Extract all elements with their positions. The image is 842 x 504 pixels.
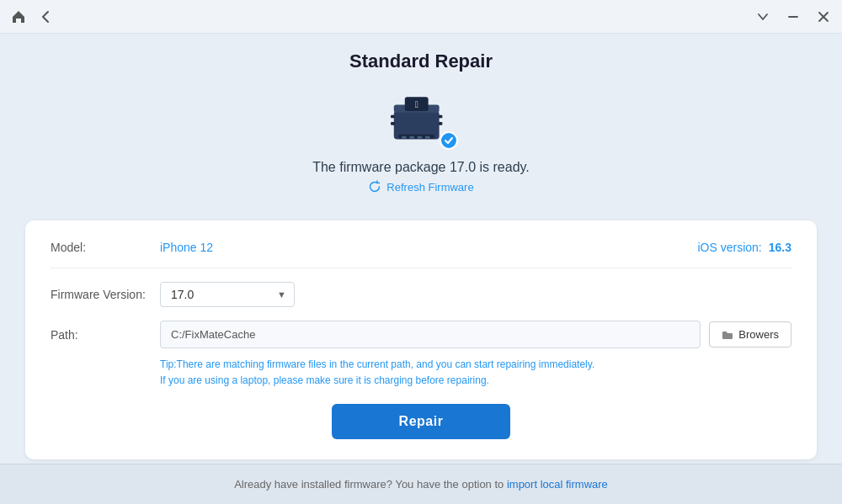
divider (51, 268, 791, 268)
refresh-link-row[interactable]: Refresh Firmware (368, 180, 473, 194)
device-icon-area:  The firmware package 17 (312, 89, 530, 194)
minimize-icon (787, 11, 799, 23)
path-input[interactable] (160, 321, 701, 348)
tip-line2: If you are using a laptop, please make s… (160, 373, 791, 389)
page-title: Standard Repair (349, 50, 493, 72)
svg-rect-8 (402, 136, 407, 139)
repair-button[interactable]: Repair (332, 404, 511, 439)
browsers-button[interactable]: Browers (709, 321, 791, 347)
ios-label: iOS version: (698, 241, 762, 254)
card: Model: iPhone 12 iOS version: 16.3 Firmw… (25, 220, 817, 459)
path-label: Path: (51, 328, 160, 342)
tip-line1: Tip:There are matching firmware files in… (160, 357, 791, 373)
svg-rect-15 (439, 122, 443, 125)
folder-icon (722, 329, 733, 341)
chevron-down-icon (756, 10, 770, 24)
svg-rect-9 (409, 136, 414, 139)
back-icon (39, 10, 52, 24)
firmware-version-select[interactable]: 17.0 16.3 16.0 15.7 (160, 282, 295, 307)
import-local-firmware-link[interactable]: import local firmware (507, 478, 608, 491)
check-icon (444, 135, 454, 146)
svg-rect-10 (418, 136, 423, 139)
svg-rect-14 (439, 115, 443, 119)
svg-rect-12 (391, 115, 395, 119)
footer-text: Already have installed firmware? You hav… (234, 478, 507, 491)
home-button[interactable] (10, 8, 27, 25)
refresh-link-text[interactable]: Refresh Firmware (386, 181, 473, 194)
refresh-icon (368, 180, 381, 194)
firmware-version-label: Firmware Version: (51, 288, 160, 301)
footer: Already have installed firmware? You hav… (0, 464, 842, 504)
back-button[interactable] (37, 8, 54, 25)
model-label: Model: (51, 241, 160, 254)
svg-rect-13 (391, 122, 395, 125)
check-badge (440, 131, 458, 150)
browsers-btn-label: Browers (738, 328, 779, 341)
titlebar-left (10, 8, 54, 25)
device-icon-wrapper:  (387, 89, 455, 148)
repair-btn-row: Repair (51, 404, 791, 439)
titlebar (0, 0, 842, 34)
svg-rect-11 (425, 136, 430, 139)
model-value: iPhone 12 (160, 241, 213, 254)
ios-value: 16.3 (769, 241, 791, 254)
close-icon (818, 11, 829, 23)
main-content: Standard Repair  (0, 34, 842, 464)
model-row: Model: iPhone 12 iOS version: 16.3 (51, 241, 791, 254)
svg-text::  (415, 99, 418, 109)
home-icon (11, 9, 26, 24)
firmware-ready-text: The firmware package 17.0 is ready. (312, 160, 530, 175)
tip-text: Tip:There are matching firmware files in… (160, 357, 791, 389)
titlebar-right (754, 8, 832, 25)
firmware-version-row: Firmware Version: 17.0 16.3 16.0 15.7 ▼ (51, 282, 791, 307)
firmware-select-wrapper: 17.0 16.3 16.0 15.7 ▼ (160, 282, 295, 307)
minimize-button[interactable] (785, 8, 802, 25)
ios-version-area: iOS version: 16.3 (698, 241, 792, 254)
path-row: Path: Browers (51, 321, 791, 348)
close-button[interactable] (815, 8, 832, 25)
chevron-button[interactable] (754, 8, 771, 25)
